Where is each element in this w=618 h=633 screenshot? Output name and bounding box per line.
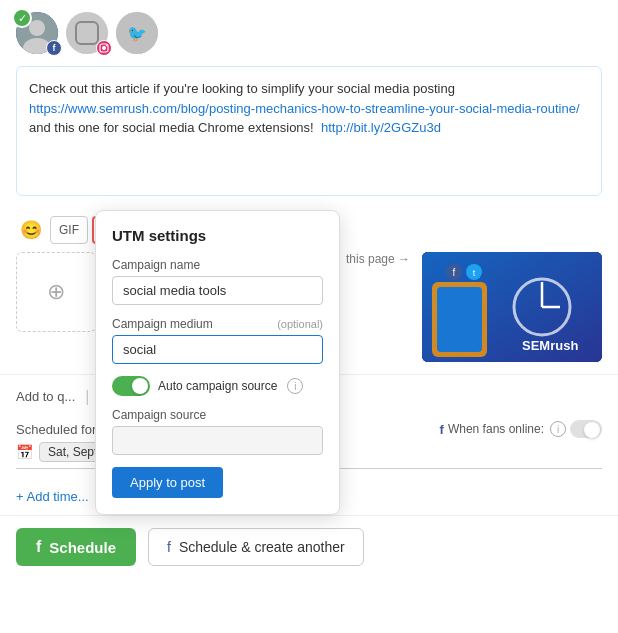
campaign-source-input[interactable] [112,426,323,455]
utm-modal-title: UTM settings [112,227,323,244]
avatar-row: ✓ f 🐦 [0,0,618,62]
campaign-source-group: Campaign source [112,408,323,455]
fb-icon-fans: f [440,422,444,437]
campaign-name-group: Campaign name [112,258,323,305]
svg-point-7 [106,45,108,47]
svg-point-1 [29,20,45,36]
post-text-intro: Check out this article if you're looking… [29,81,455,96]
schedule-label: Schedule [49,539,116,556]
campaign-name-input[interactable] [112,276,323,305]
selected-check: ✓ [12,8,32,28]
post-link2[interactable]: http://bit.ly/2GGZu3d [321,120,441,135]
optional-label: (optional) [277,318,323,330]
fans-online-section: f When fans online: i [440,420,602,438]
this-page-label: this page → [346,252,410,266]
ig-badge [96,40,112,56]
svg-rect-13 [437,287,482,352]
fans-online-toggle[interactable] [570,420,602,438]
campaign-medium-group: Campaign medium (optional) [112,317,323,364]
svg-text:f: f [453,267,456,278]
schedule-button[interactable]: f Schedule [16,528,136,566]
svg-text:SEMrush: SEMrush [522,338,578,353]
campaign-source-label: Campaign source [112,408,323,422]
post-text-area[interactable]: Check out this article if you're looking… [16,66,602,196]
campaign-medium-label: Campaign medium (optional) [112,317,323,331]
semrush-preview: SEMrush f t [422,252,602,362]
add-to-queue-button[interactable]: Add to q... [16,389,75,404]
avatar-twitter[interactable]: 🐦 [116,12,158,54]
fans-online-label: When fans online: [448,422,544,436]
post-link1[interactable]: https://www.semrush.com/blog/posting-mec… [29,101,580,116]
avatar-facebook[interactable]: ✓ f [16,12,58,54]
fb-badge: f [46,40,62,56]
action-row: f Schedule f Schedule & create another [0,515,618,578]
post-body: Check out this article if you're looking… [29,79,589,138]
auto-campaign-info-icon[interactable]: i [287,378,303,394]
fans-info-icon[interactable]: i [550,421,566,437]
auto-campaign-row: Auto campaign source i [112,376,323,396]
svg-point-6 [102,46,106,50]
campaign-name-label: Campaign name [112,258,323,272]
calendar-icon: 📅 [16,444,33,460]
post-text-mid: and this one for social media Chrome ext… [29,120,314,135]
svg-text:🐦: 🐦 [127,24,147,43]
gif-button[interactable]: GIF [50,216,88,244]
apply-to-post-button[interactable]: Apply to post [112,467,223,498]
media-upload[interactable]: ⊕ [16,252,96,332]
emoji-button[interactable]: 😊 [16,216,46,244]
auto-campaign-toggle[interactable] [112,376,150,396]
scheduled-label: Scheduled for: [16,422,100,437]
schedule-create-label: Schedule & create another [179,539,345,555]
schedule-create-fb-icon: f [167,539,171,555]
schedule-create-button[interactable]: f Schedule & create another [148,528,364,566]
utm-modal: UTM settings Campaign name Campaign medi… [95,210,340,515]
campaign-medium-input[interactable] [112,335,323,364]
schedule-fb-icon: f [36,538,41,556]
divider1: | [85,388,89,406]
add-media-icon: ⊕ [47,279,65,305]
avatar-instagram[interactable] [66,12,108,54]
add-time-button[interactable]: + Add time... [16,489,89,504]
auto-campaign-label: Auto campaign source [158,379,277,393]
